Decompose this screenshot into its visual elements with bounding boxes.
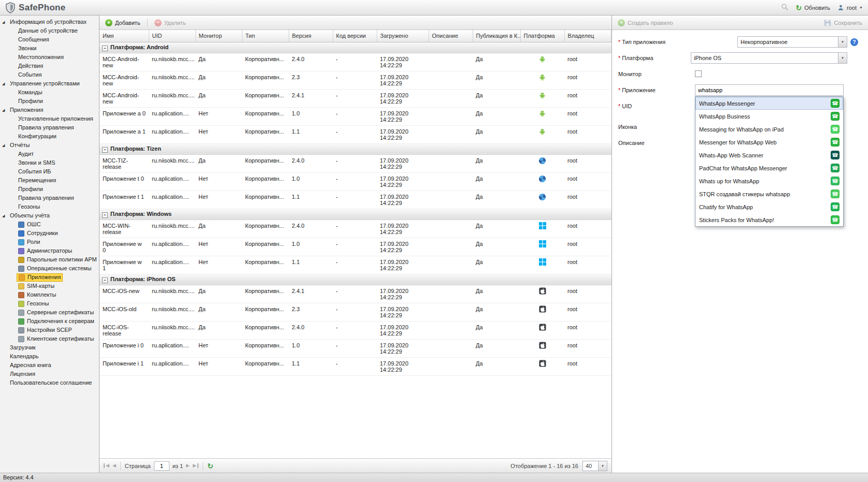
column-header[interactable]: Загружено bbox=[377, 30, 429, 42]
sidebar-item-отчёты[interactable]: ◢Отчёты bbox=[0, 141, 99, 150]
sidebar-item-серверные-сертификаты[interactable]: Серверные сертификаты bbox=[0, 308, 99, 317]
table-row[interactable]: Приложение w 1ru.aplication....НетКорпор… bbox=[99, 256, 611, 274]
column-header[interactable]: Тип bbox=[242, 30, 289, 42]
refresh-button[interactable]: ↻ Обновить bbox=[796, 4, 831, 11]
table-row[interactable]: Приложение t 0ru.aplication....НетКорпор… bbox=[99, 172, 611, 191]
sidebar-item-аудит[interactable]: Аудит bbox=[0, 150, 99, 158]
sidebar-item-календарь[interactable]: Календарь bbox=[0, 352, 99, 361]
sidebar-item-ошс[interactable]: ОШС bbox=[0, 220, 99, 229]
column-header[interactable]: Описание bbox=[429, 30, 473, 42]
sidebar-item-парольные-политики-арм[interactable]: Парольные политики АРМ bbox=[0, 255, 99, 264]
table-row[interactable]: MCC-TIZ-releaseru.niisokb.mcc....ДаКорпо… bbox=[99, 154, 611, 172]
collapse-group-icon[interactable]: − bbox=[102, 46, 108, 51]
column-header[interactable]: Монитор bbox=[195, 30, 242, 42]
sidebar-item-перемещения[interactable]: Перемещения bbox=[0, 176, 99, 185]
suggestion-item[interactable]: Whats-App Web Scanner☎ bbox=[695, 149, 843, 162]
column-header[interactable]: Публикация в К... bbox=[473, 30, 520, 42]
create-rule-button[interactable]: + Создать правило bbox=[615, 18, 676, 27]
sidebar-item-клиентские-сертификаты[interactable]: Клиентские сертификаты bbox=[0, 334, 99, 343]
user-menu[interactable]: root ▼ bbox=[837, 4, 863, 11]
column-header[interactable]: Владелец bbox=[564, 30, 611, 42]
sidebar-item-местоположения[interactable]: Местоположения bbox=[0, 53, 99, 62]
suggestion-item[interactable]: Messaging for WhatsApp on iPad☎ bbox=[695, 123, 843, 136]
refresh-grid-icon[interactable]: ↻ bbox=[207, 462, 214, 470]
sidebar-item-данные-об-устройстве[interactable]: Данные об устройстве bbox=[0, 26, 99, 35]
sidebar-item-события-иб[interactable]: События ИБ bbox=[0, 167, 99, 176]
suggestion-item[interactable]: Stickers Packs for WhatsApp!☎ bbox=[695, 213, 843, 226]
table-row[interactable]: MCC-Android-newru.niisokb.mcc....ДаКорпо… bbox=[99, 71, 611, 89]
sidebar-item-приложения[interactable]: Приложения bbox=[0, 273, 99, 282]
sidebar-item-информация-об-устройствах[interactable]: ◢Информация об устройствах bbox=[0, 18, 99, 26]
delete-button[interactable]: − Удалить bbox=[152, 18, 189, 27]
sidebar-item-конфигурации[interactable]: Конфигурации bbox=[0, 132, 99, 141]
sidebar-item-пользовательское-соглашение[interactable]: Пользовательское соглашение bbox=[0, 378, 99, 387]
sidebar-item-команды[interactable]: Команды bbox=[0, 88, 99, 97]
table-row[interactable]: Приложение w 0ru.aplication....НетКорпор… bbox=[99, 238, 611, 256]
grid-viewport[interactable]: ИмяUIDМониторТипВерсияКод версииЗагружен… bbox=[99, 30, 611, 458]
table-row[interactable]: MCC-Android-newru.niisokb.mcc....ДаКорпо… bbox=[99, 53, 611, 71]
sidebar-item-объекты-учёта[interactable]: ◢Объекты учёта bbox=[0, 211, 99, 220]
sidebar-item-sim-карты[interactable]: SIM-карты bbox=[0, 282, 99, 290]
sidebar-item-адресная-книга[interactable]: Адресная книга bbox=[0, 361, 99, 370]
sidebar-item-администраторы[interactable]: Администраторы bbox=[0, 246, 99, 255]
first-page-button[interactable]: ◀ bbox=[104, 463, 109, 468]
suggestion-item[interactable]: Messenger for WhatsApp Web☎ bbox=[695, 136, 843, 149]
suggestion-item[interactable]: PadChat for WhatsApp Messenger☎ bbox=[695, 162, 843, 174]
application-input[interactable] bbox=[695, 84, 844, 96]
table-row[interactable]: MCC-iOS-releaseru.niisokb.mcc....ДаКорпо… bbox=[99, 321, 611, 339]
prev-page-button[interactable]: ◀ bbox=[112, 463, 116, 468]
sidebar-item-операционные-системы[interactable]: Операционные системы bbox=[0, 264, 99, 273]
column-header[interactable]: Платформа bbox=[520, 30, 564, 42]
collapse-group-icon[interactable]: − bbox=[102, 277, 108, 283]
sidebar-item-приложения[interactable]: ◢Приложения bbox=[0, 106, 99, 114]
expand-arrow-icon[interactable]: ◢ bbox=[2, 18, 8, 26]
table-row[interactable]: MCC-iOS-newru.niisokb.mcc....ДаКорпорати… bbox=[99, 285, 611, 303]
sidebar-item-комплекты[interactable]: Комплекты bbox=[0, 290, 99, 299]
sidebar-item-геозоны[interactable]: Геозоны bbox=[0, 202, 99, 211]
platform-select[interactable]: iPhone OS ▼ bbox=[691, 52, 847, 64]
table-row[interactable]: Приложение t 1ru.aplication....НетКорпор… bbox=[99, 191, 611, 209]
app-type-select[interactable]: Некорпоративное ▼ bbox=[737, 36, 847, 48]
collapse-group-icon[interactable]: − bbox=[102, 147, 108, 153]
suggestion-item[interactable]: WhatsApp Business☎ bbox=[695, 110, 843, 123]
search-icon[interactable] bbox=[781, 3, 789, 12]
sidebar-item-геозоны[interactable]: Геозоны bbox=[0, 299, 99, 308]
group-row[interactable]: −Платформа: iPhone OS bbox=[99, 274, 611, 285]
table-row[interactable]: Приложение i 0ru.aplication....НетКорпор… bbox=[99, 339, 611, 357]
expand-arrow-icon[interactable]: ◢ bbox=[2, 211, 8, 220]
save-button[interactable]: Сохранить bbox=[821, 18, 865, 27]
page-size-select[interactable]: 40 ▼ bbox=[582, 461, 607, 471]
sidebar-item-загрузчик[interactable]: Загрузчик bbox=[0, 343, 99, 352]
sidebar-item-правила-управления[interactable]: Правила управления bbox=[0, 194, 99, 202]
group-row[interactable]: −Платформа: Windows bbox=[99, 209, 611, 220]
sidebar-item-управление-устройствами[interactable]: ◢Управление устройствами bbox=[0, 79, 99, 88]
expand-arrow-icon[interactable]: ◢ bbox=[2, 79, 8, 88]
help-icon[interactable]: ? bbox=[850, 38, 858, 46]
table-row[interactable]: Приложение a 0ru.aplication....НетКорпор… bbox=[99, 107, 611, 125]
suggestion-item[interactable]: Chatify for WhatsApp☎ bbox=[695, 200, 843, 213]
sidebar-item-действия[interactable]: Действия bbox=[0, 62, 99, 70]
table-row[interactable]: MCC-WIN-releaseru.niisokb.mcc....ДаКорпо… bbox=[99, 220, 611, 238]
sidebar-item-сотрудники[interactable]: Сотрудники bbox=[0, 229, 99, 238]
expand-arrow-icon[interactable]: ◢ bbox=[2, 106, 8, 114]
sidebar-item-звонки-и-sms[interactable]: Звонки и SMS bbox=[0, 158, 99, 167]
monitor-checkbox[interactable] bbox=[695, 70, 702, 77]
suggestion-item[interactable]: STQR создавай стикеры whatsapp☎ bbox=[695, 187, 843, 200]
table-row[interactable]: MCC-Android-newru.niisokb.mcc....ДаКорпо… bbox=[99, 89, 611, 107]
collapse-group-icon[interactable]: − bbox=[102, 212, 108, 218]
next-page-button[interactable]: ▶ bbox=[186, 463, 190, 468]
page-input[interactable] bbox=[154, 461, 169, 471]
add-button[interactable]: + Добавить bbox=[103, 18, 143, 27]
sidebar-item-настройки-scep[interactable]: Настройки SCEP bbox=[0, 326, 99, 334]
sidebar-item-события[interactable]: События bbox=[0, 70, 99, 79]
table-row[interactable]: Приложение a 1ru.aplication....НетКорпор… bbox=[99, 125, 611, 143]
table-row[interactable]: Приложение i 1ru.aplication....НетКорпор… bbox=[99, 357, 611, 375]
sidebar-item-установленные-приложения[interactable]: Установленные приложения bbox=[0, 114, 99, 123]
expand-arrow-icon[interactable]: ◢ bbox=[2, 141, 8, 150]
table-row[interactable]: MCC-iOS-oldru.niisokb.mcc....ДаКорпорати… bbox=[99, 303, 611, 321]
sidebar-item-лицензия[interactable]: Лицензия bbox=[0, 370, 99, 378]
sidebar-item-профили[interactable]: Профили bbox=[0, 185, 99, 194]
sidebar-item-правила-управления[interactable]: Правила управления bbox=[0, 123, 99, 132]
suggestion-item[interactable]: Whats up for WhatsApp☎ bbox=[695, 174, 843, 187]
column-header[interactable]: Код версии bbox=[333, 30, 377, 42]
